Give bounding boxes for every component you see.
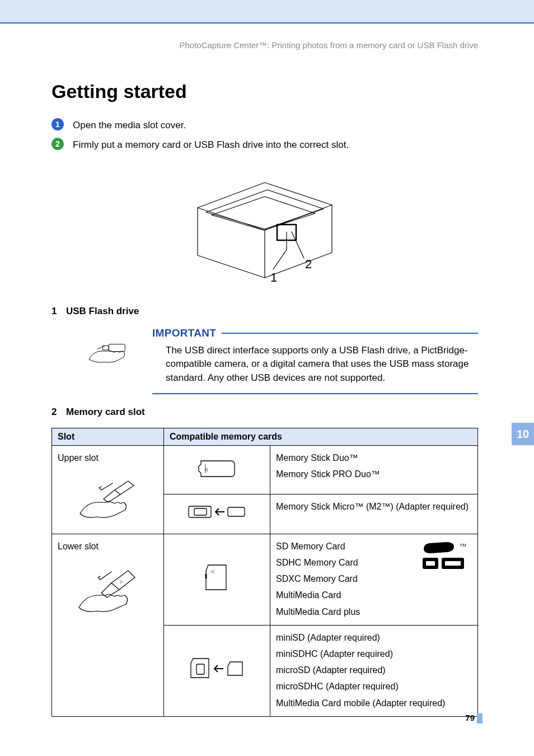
step-2-text: Firmly put a memory card or USB Flash dr… bbox=[73, 138, 349, 152]
legend-memory-label: Memory card slot bbox=[66, 407, 145, 418]
cell-msmicro-icon bbox=[164, 494, 270, 534]
memory-stick-micro-adapter-icon bbox=[186, 502, 248, 522]
sd-card-icon: ◁ bbox=[202, 562, 233, 593]
svg-rect-21 bbox=[426, 561, 435, 566]
svg-text:1: 1 bbox=[270, 270, 277, 284]
slot-hand-lower-icon: ▷ bbox=[74, 563, 142, 619]
step-2: 2 Firmly put a memory card or USB Flash … bbox=[51, 138, 478, 152]
legend-usb-num: 1 bbox=[51, 306, 59, 317]
sdhc-logo-icon: TM bbox=[419, 541, 467, 577]
card-mspro: Memory Stick PRO Duo™ bbox=[276, 466, 472, 482]
usb-drive-in-hand-icon bbox=[51, 327, 130, 371]
card-minisdhc: miniSDHC (Adapter required) bbox=[276, 646, 472, 661]
printer-illustration-icon: 1 2 bbox=[175, 174, 354, 292]
cell-sd-list: SD Memory Card SDHC Memory Card SDXC Mem… bbox=[270, 534, 478, 625]
svg-rect-23 bbox=[445, 561, 461, 566]
important-rule-top bbox=[222, 333, 478, 334]
printer-figure: 1 2 bbox=[51, 174, 478, 292]
cell-sdadapter-icon bbox=[164, 625, 270, 716]
svg-text:◁: ◁ bbox=[210, 569, 214, 574]
svg-rect-12 bbox=[194, 508, 207, 515]
page-number: 79 bbox=[465, 713, 475, 722]
compat-table: Slot Compatible memory cards Upper slot bbox=[51, 428, 478, 717]
cell-lower-slot: Lower slot ▷ bbox=[52, 534, 164, 716]
step-1-text: Open the media slot cover. bbox=[73, 118, 186, 132]
card-microsd: microSD (Adapter required) bbox=[276, 662, 472, 678]
legend-memory: 2 Memory card slot bbox=[51, 407, 478, 418]
svg-text:◁: ◁ bbox=[204, 467, 208, 472]
th-cards: Compatible memory cards bbox=[164, 428, 478, 445]
svg-rect-14 bbox=[228, 507, 245, 516]
cell-msduo-list: Memory Stick Duo™ Memory Stick PRO Duo™ bbox=[270, 445, 478, 494]
svg-line-15 bbox=[100, 572, 111, 580]
step-bullet-2-icon: 2 bbox=[51, 138, 64, 150]
upper-slot-label: Upper slot bbox=[58, 450, 158, 465]
card-msmicro: Memory Stick Micro™ (M2™) (Adapter requi… bbox=[276, 499, 472, 514]
svg-line-8 bbox=[97, 346, 105, 349]
svg-text:TM: TM bbox=[460, 543, 466, 548]
card-mmcplus: MultiMedia Card plus bbox=[276, 604, 472, 619]
step-bullet-1-icon: 1 bbox=[51, 118, 64, 130]
page-number-bar bbox=[477, 713, 483, 724]
cell-msduo-icon: ◁ bbox=[164, 445, 270, 494]
card-microsdhc: microSDHC (Adapter required) bbox=[276, 679, 472, 694]
lower-slot-label: Lower slot bbox=[58, 539, 158, 554]
important-title: IMPORTANT bbox=[152, 327, 216, 339]
svg-line-9 bbox=[101, 483, 113, 490]
th-slot: Slot bbox=[52, 428, 164, 445]
card-mmc: MultiMedia Card bbox=[276, 587, 472, 603]
top-band bbox=[0, 0, 534, 24]
svg-text:2: 2 bbox=[305, 257, 312, 271]
svg-line-3 bbox=[292, 232, 304, 258]
chapter-tab: 10 bbox=[512, 423, 534, 445]
svg-line-2 bbox=[273, 250, 287, 269]
slot-hand-upper-icon bbox=[74, 474, 142, 525]
step-1: 1 Open the media slot cover. bbox=[51, 118, 478, 132]
legend-usb-label: USB Flash drive bbox=[66, 306, 139, 317]
important-text: The USB direct interface supports only a… bbox=[152, 344, 478, 385]
svg-rect-11 bbox=[189, 506, 211, 517]
important-rule-bottom bbox=[152, 393, 478, 394]
steps-list: 1 Open the media slot cover. 2 Firmly pu… bbox=[51, 118, 478, 152]
svg-rect-6 bbox=[109, 344, 125, 351]
svg-rect-24 bbox=[196, 664, 204, 674]
cell-msmicro-list: Memory Stick Micro™ (M2™) (Adapter requi… bbox=[270, 494, 478, 534]
cell-sdadapter-list: miniSD (Adapter required) miniSDHC (Adap… bbox=[270, 625, 478, 716]
cell-upper-slot: Upper slot bbox=[52, 445, 164, 534]
sd-adapter-icon bbox=[186, 655, 248, 682]
card-mmcmobile: MultiMedia Card mobile (Adapter required… bbox=[276, 696, 472, 711]
cell-sd-icon: ◁ bbox=[164, 534, 270, 625]
important-box: IMPORTANT The USB direct interface suppo… bbox=[152, 327, 478, 394]
memory-stick-duo-icon: ◁ bbox=[198, 456, 237, 479]
section-context: PhotoCapture Center™: Printing photos fr… bbox=[51, 40, 478, 50]
card-minisd: miniSD (Adapter required) bbox=[276, 630, 472, 645]
page-title: Getting started bbox=[51, 81, 478, 102]
legend-usb: 1 USB Flash drive bbox=[51, 306, 478, 317]
card-msduo: Memory Stick Duo™ bbox=[276, 450, 472, 465]
legend-memory-num: 2 bbox=[51, 407, 59, 418]
